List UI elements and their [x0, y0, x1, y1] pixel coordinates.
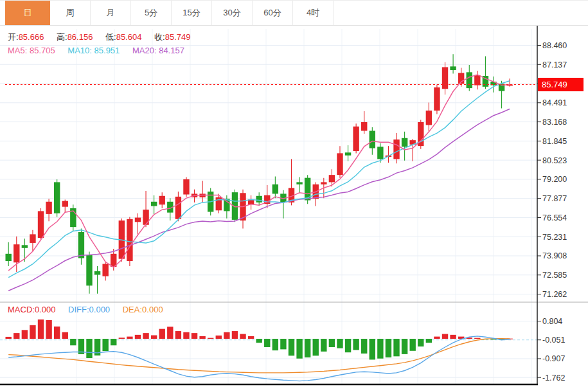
- candle-body: [224, 199, 229, 211]
- candle-body: [22, 245, 28, 248]
- macd-bar: [62, 332, 68, 339]
- timeframe-tabbar: 日周月5分15分30分60分4时: [0, 0, 588, 26]
- price-axis-tick-label: 77.877: [542, 194, 567, 203]
- kline-chart-canvas[interactable]: 88.46087.13785.81484.49183.16881.84580.5…: [0, 26, 588, 387]
- candle-body: [337, 153, 343, 175]
- macd-bar: [127, 337, 132, 339]
- macd-bar: [22, 330, 28, 339]
- candle-body: [13, 244, 19, 262]
- macd-bar: [143, 333, 148, 339]
- candle-body: [127, 219, 132, 261]
- macd-bar: [111, 339, 116, 345]
- candle-body: [94, 271, 100, 275]
- macd-bar: [208, 338, 213, 339]
- macd-bar: [321, 339, 326, 352]
- price-axis-tick-label: 88.460: [542, 41, 567, 50]
- macd-axis-tick-label: 0.804: [542, 317, 562, 326]
- tab-week[interactable]: 周: [50, 1, 91, 25]
- candle-body: [62, 201, 68, 207]
- candle-body: [46, 202, 51, 214]
- candle-body: [54, 182, 60, 213]
- macd-bar: [329, 339, 335, 347]
- macd-bar: [6, 337, 12, 339]
- macd-bar: [119, 338, 125, 339]
- tab-60min[interactable]: 60分: [253, 1, 293, 25]
- macd-bar: [175, 331, 181, 339]
- price-axis-tick-label: 75.231: [542, 233, 567, 242]
- candle-body: [256, 196, 262, 203]
- macd-bar: [224, 332, 229, 339]
- macd-bar: [256, 339, 262, 343]
- macd-bar: [240, 334, 245, 339]
- candle-body: [272, 184, 278, 194]
- candle-body: [30, 234, 35, 243]
- macd-bar: [54, 327, 60, 339]
- candle-body: [450, 66, 456, 70]
- macd-bar: [386, 339, 391, 357]
- candle-body: [345, 152, 351, 156]
- tab-day[interactable]: 日: [5, 1, 50, 25]
- kline-app: 日周月5分15分30分60分4时 88.46087.13785.81484.49…: [0, 0, 588, 387]
- candle-body: [296, 182, 302, 184]
- macd-bar: [30, 325, 35, 339]
- tab-month[interactable]: 月: [91, 1, 131, 25]
- current-price-badge: 85.749: [538, 78, 584, 91]
- candle-body: [6, 254, 12, 261]
- macd-bar: [38, 320, 44, 339]
- price-axis-tick-label: 83.168: [542, 118, 567, 127]
- tab-4hour[interactable]: 4时: [293, 1, 334, 25]
- candle-body: [159, 196, 165, 205]
- macd-bar: [167, 327, 173, 339]
- macd-bar: [151, 336, 157, 339]
- price-axis-tick-label: 76.554: [542, 213, 567, 222]
- macd-bar: [216, 336, 222, 339]
- price-axis-tick-label: 73.908: [542, 251, 567, 260]
- macd-bar: [183, 332, 189, 339]
- chart-area[interactable]: 88.46087.13785.81484.49183.16881.84580.5…: [0, 26, 588, 387]
- price-axis-tick-label: 81.845: [542, 137, 567, 146]
- macd-bar: [361, 339, 367, 354]
- candle-body: [434, 87, 440, 111]
- candle-body: [361, 122, 367, 131]
- candle-body: [102, 264, 108, 276]
- candle-body: [232, 192, 238, 220]
- price-axis-tick-label: 79.200: [542, 175, 567, 184]
- tab-15min[interactable]: 15分: [172, 1, 212, 25]
- candle-body: [474, 75, 480, 86]
- macd-bar: [272, 339, 278, 350]
- tab-5min[interactable]: 5分: [131, 1, 172, 25]
- macd-bar: [46, 320, 51, 339]
- macd-bar: [280, 339, 286, 349]
- candle-body: [86, 255, 92, 285]
- price-axis-tick-label: 80.523: [542, 156, 567, 165]
- macd-axis-tick-label: -0.907: [542, 354, 565, 363]
- macd-bar: [264, 339, 270, 347]
- macd-bar: [135, 335, 141, 339]
- candle-body: [183, 179, 189, 195]
- macd-bar: [337, 339, 343, 348]
- macd-bar: [345, 339, 351, 352]
- macd-bar: [353, 339, 359, 350]
- macd-bar: [289, 339, 294, 356]
- price-axis-tick-label: 71.262: [542, 290, 567, 299]
- candle-body: [151, 202, 157, 206]
- candle-body: [321, 182, 326, 184]
- macd-bar: [102, 339, 108, 351]
- macd-bar: [313, 339, 319, 356]
- macd-bar: [402, 339, 407, 354]
- macd-bar: [474, 338, 480, 339]
- candle-body: [38, 211, 44, 238]
- macd-bar: [418, 339, 423, 346]
- candle-body: [175, 197, 181, 219]
- candle-body: [377, 147, 383, 159]
- candle-body: [370, 131, 375, 148]
- candle-body: [78, 232, 84, 258]
- price-axis-tick-label: 87.137: [542, 60, 567, 69]
- candle-body: [143, 210, 148, 225]
- macd-bar: [13, 333, 19, 339]
- macd-axis-tick-label: -1.762: [542, 374, 565, 382]
- candle-body: [353, 127, 359, 151]
- tab-30min[interactable]: 30分: [212, 1, 253, 25]
- macd-bar: [377, 339, 383, 359]
- price-axis-tick-label: 72.585: [542, 271, 567, 280]
